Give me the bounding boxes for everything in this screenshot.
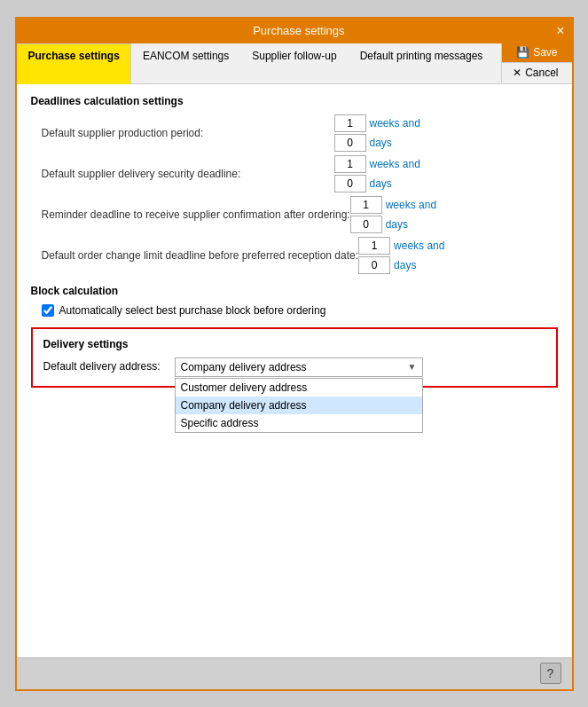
chevron-down-icon: ▼	[408, 362, 417, 372]
deadline-label-1: Default supplier delivery security deadl…	[42, 168, 334, 180]
weeks-label-0: weeks and	[370, 117, 420, 130]
days-row-3: days	[358, 256, 444, 274]
deadline-row-0: Default supplier production period: week…	[31, 114, 558, 152]
tab-supplier-follow-up[interactable]: Supplier follow-up	[240, 43, 348, 83]
days-input-3[interactable]	[358, 256, 390, 274]
days-row-1: days	[334, 175, 420, 192]
weeks-input-3[interactable]	[358, 237, 390, 255]
deadline-row-1: Default supplier delivery security deadl…	[31, 155, 558, 192]
days-input-0[interactable]	[334, 134, 366, 152]
weeks-input-1[interactable]	[334, 155, 366, 173]
deadline-row-3: Default order change limit deadline befo…	[31, 237, 558, 274]
weeks-row-0: weeks and	[334, 114, 420, 132]
dropdown-list: Customer delivery address Company delive…	[175, 378, 423, 433]
footer-bar: ?	[17, 657, 572, 689]
days-input-2[interactable]	[350, 216, 382, 233]
dropdown-item-specific[interactable]: Specific address	[176, 414, 422, 432]
block-calc-title: Block calculation	[31, 285, 558, 297]
auto-select-checkbox[interactable]	[42, 304, 54, 317]
window-title: Purchase settings	[42, 24, 557, 37]
days-input-1[interactable]	[334, 175, 366, 192]
weeks-row-1: weeks and	[334, 155, 420, 173]
tabs-bar: Purchase settings EANCOM settings Suppli…	[17, 43, 572, 84]
delivery-label: Default delivery address:	[43, 357, 168, 373]
weeks-input-0[interactable]	[334, 114, 366, 132]
days-label-0: days	[370, 137, 392, 149]
deadlines-title: Deadlines calculation settings	[31, 95, 558, 107]
block-calc-section: Block calculation Automatically select b…	[31, 285, 558, 317]
days-row-0: days	[334, 134, 420, 152]
tab-purchase-settings[interactable]: Purchase settings	[17, 43, 131, 84]
dropdown-item-customer[interactable]: Customer delivery address	[176, 379, 422, 397]
weeks-label-1: weeks and	[370, 158, 420, 170]
dropdown-selected[interactable]: Company delivery address ▼	[175, 357, 423, 377]
deadlines-section: Deadlines calculation settings Default s…	[31, 95, 558, 274]
action-buttons: 💾 Save ✕ Cancel	[501, 43, 571, 83]
deadline-inputs-0: weeks and days	[334, 114, 420, 152]
days-row-2: days	[350, 216, 436, 233]
deadline-label-0: Default supplier production period:	[42, 127, 334, 139]
delivery-address-dropdown[interactable]: Company delivery address ▼ Customer deli…	[175, 357, 423, 377]
deadline-inputs-1: weeks and days	[334, 155, 420, 192]
weeks-row-3: weeks and	[358, 237, 444, 255]
deadline-inputs-3: weeks and days	[358, 237, 444, 274]
tab-default-printing[interactable]: Default printing messages	[349, 43, 495, 83]
days-label-2: days	[386, 218, 408, 231]
delivery-section: Delivery settings Default delivery addre…	[31, 327, 558, 388]
tab-list: Purchase settings EANCOM settings Suppli…	[17, 43, 502, 83]
delivery-row: Default delivery address: Company delive…	[43, 357, 545, 377]
save-button[interactable]: 💾 Save	[502, 43, 571, 64]
dropdown-item-company[interactable]: Company delivery address	[176, 397, 422, 414]
delivery-section-title: Delivery settings	[43, 338, 545, 350]
weeks-input-2[interactable]	[350, 196, 382, 214]
auto-select-label: Automatically select best purchase block…	[59, 304, 326, 317]
cancel-icon: ✕	[513, 67, 521, 79]
auto-select-row: Automatically select best purchase block…	[31, 304, 558, 317]
weeks-row-2: weeks and	[350, 196, 436, 214]
help-button[interactable]: ?	[540, 663, 561, 684]
weeks-label-3: weeks and	[394, 240, 444, 252]
content-area: Deadlines calculation settings Default s…	[17, 84, 572, 657]
cancel-label: Cancel	[525, 67, 558, 79]
cancel-button[interactable]: ✕ Cancel	[502, 63, 571, 83]
tab-eancom-settings[interactable]: EANCOM settings	[131, 43, 240, 83]
days-label-1: days	[370, 177, 392, 190]
deadline-label-3: Default order change limit deadline befo…	[42, 249, 359, 262]
dropdown-selected-text: Company delivery address	[181, 361, 307, 373]
save-icon: 💾	[516, 46, 529, 59]
deadline-row-2: Reminder deadline to receive supplier co…	[31, 196, 558, 233]
main-window: Purchase settings × Purchase settings EA…	[15, 17, 574, 691]
save-label: Save	[533, 46, 557, 59]
close-button[interactable]: ×	[556, 24, 564, 38]
weeks-label-2: weeks and	[386, 199, 436, 211]
days-label-3: days	[394, 259, 416, 271]
deadline-inputs-2: weeks and days	[350, 196, 436, 233]
deadline-label-2: Reminder deadline to receive supplier co…	[42, 208, 350, 221]
title-bar: Purchase settings ×	[17, 19, 572, 43]
